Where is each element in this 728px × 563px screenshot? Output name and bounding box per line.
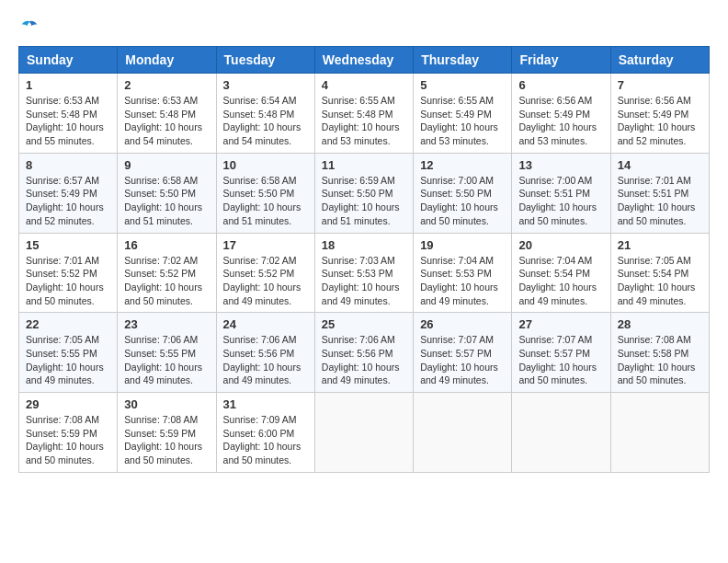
calendar-cell: 17Sunrise: 7:02 AM Sunset: 5:52 PM Dayli…: [216, 233, 314, 313]
calendar-cell: 24Sunrise: 7:06 AM Sunset: 5:56 PM Dayli…: [216, 313, 314, 393]
day-content: Sunrise: 7:01 AM Sunset: 5:51 PM Dayligh…: [618, 174, 702, 228]
calendar-cell: 23Sunrise: 7:06 AM Sunset: 5:55 PM Dayli…: [118, 313, 216, 393]
calendar-cell: 31Sunrise: 7:09 AM Sunset: 6:00 PM Dayli…: [216, 393, 314, 473]
calendar-header-saturday: Saturday: [610, 47, 709, 74]
logo-text: [18, 18, 39, 37]
day-number: 20: [518, 238, 603, 252]
day-number: 4: [322, 78, 406, 92]
day-number: 24: [223, 317, 308, 331]
calendar-cell: [314, 393, 413, 473]
logo: [18, 18, 39, 37]
day-content: Sunrise: 6:58 AM Sunset: 5:50 PM Dayligh…: [124, 174, 209, 228]
calendar-header-row: SundayMondayTuesdayWednesdayThursdayFrid…: [19, 47, 710, 74]
calendar-cell: 1Sunrise: 6:53 AM Sunset: 5:48 PM Daylig…: [19, 74, 118, 154]
day-number: 8: [26, 158, 110, 172]
calendar-week-1: 8Sunrise: 6:57 AM Sunset: 5:49 PM Daylig…: [19, 153, 710, 233]
calendar-cell: 27Sunrise: 7:07 AM Sunset: 5:57 PM Dayli…: [512, 313, 610, 393]
day-content: Sunrise: 7:06 AM Sunset: 5:56 PM Dayligh…: [223, 333, 308, 387]
day-content: Sunrise: 7:08 AM Sunset: 5:59 PM Dayligh…: [124, 413, 209, 467]
day-content: Sunrise: 7:04 AM Sunset: 5:54 PM Dayligh…: [518, 254, 603, 308]
calendar-cell: 28Sunrise: 7:08 AM Sunset: 5:58 PM Dayli…: [610, 313, 709, 393]
calendar-cell: [610, 393, 709, 473]
day-number: 23: [124, 317, 209, 331]
day-content: Sunrise: 6:55 AM Sunset: 5:48 PM Dayligh…: [322, 94, 406, 148]
day-content: Sunrise: 6:58 AM Sunset: 5:50 PM Dayligh…: [223, 174, 308, 228]
day-content: Sunrise: 6:55 AM Sunset: 5:49 PM Dayligh…: [420, 94, 505, 148]
day-number: 3: [223, 78, 308, 92]
day-number: 14: [618, 158, 702, 172]
calendar-cell: 5Sunrise: 6:55 AM Sunset: 5:49 PM Daylig…: [414, 74, 512, 154]
day-content: Sunrise: 6:59 AM Sunset: 5:50 PM Dayligh…: [322, 174, 406, 228]
calendar-cell: 21Sunrise: 7:05 AM Sunset: 5:54 PM Dayli…: [610, 233, 709, 313]
day-number: 19: [420, 238, 505, 252]
day-number: 25: [322, 317, 406, 331]
calendar-cell: 18Sunrise: 7:03 AM Sunset: 5:53 PM Dayli…: [314, 233, 413, 313]
calendar-week-0: 1Sunrise: 6:53 AM Sunset: 5:48 PM Daylig…: [19, 74, 710, 154]
day-number: 1: [26, 78, 110, 92]
calendar-cell: 19Sunrise: 7:04 AM Sunset: 5:53 PM Dayli…: [414, 233, 512, 313]
day-number: 10: [223, 158, 308, 172]
calendar-week-3: 22Sunrise: 7:05 AM Sunset: 5:55 PM Dayli…: [19, 313, 710, 393]
logo-bird-icon: [20, 18, 39, 37]
calendar-header-thursday: Thursday: [414, 47, 512, 74]
day-number: 7: [618, 78, 702, 92]
calendar-cell: 11Sunrise: 6:59 AM Sunset: 5:50 PM Dayli…: [314, 153, 413, 233]
day-content: Sunrise: 7:00 AM Sunset: 5:50 PM Dayligh…: [420, 174, 505, 228]
day-number: 26: [420, 317, 505, 331]
day-number: 31: [223, 397, 308, 411]
day-content: Sunrise: 7:05 AM Sunset: 5:55 PM Dayligh…: [26, 333, 110, 387]
calendar-cell: 20Sunrise: 7:04 AM Sunset: 5:54 PM Dayli…: [512, 233, 610, 313]
day-content: Sunrise: 7:02 AM Sunset: 5:52 PM Dayligh…: [223, 254, 308, 308]
day-number: 2: [124, 78, 209, 92]
calendar-cell: 13Sunrise: 7:00 AM Sunset: 5:51 PM Dayli…: [512, 153, 610, 233]
day-number: 12: [420, 158, 505, 172]
day-content: Sunrise: 7:03 AM Sunset: 5:53 PM Dayligh…: [322, 254, 406, 308]
calendar-cell: 25Sunrise: 7:06 AM Sunset: 5:56 PM Dayli…: [314, 313, 413, 393]
calendar-week-2: 15Sunrise: 7:01 AM Sunset: 5:52 PM Dayli…: [19, 233, 710, 313]
calendar-cell: 4Sunrise: 6:55 AM Sunset: 5:48 PM Daylig…: [314, 74, 413, 154]
day-content: Sunrise: 7:00 AM Sunset: 5:51 PM Dayligh…: [518, 174, 603, 228]
day-number: 27: [518, 317, 603, 331]
calendar-header-monday: Monday: [118, 47, 216, 74]
day-content: Sunrise: 7:04 AM Sunset: 5:53 PM Dayligh…: [420, 254, 505, 308]
calendar-cell: 3Sunrise: 6:54 AM Sunset: 5:48 PM Daylig…: [216, 74, 314, 154]
day-number: 18: [322, 238, 406, 252]
day-content: Sunrise: 6:56 AM Sunset: 5:49 PM Dayligh…: [518, 94, 603, 148]
calendar-cell: 22Sunrise: 7:05 AM Sunset: 5:55 PM Dayli…: [19, 313, 118, 393]
calendar-cell: 30Sunrise: 7:08 AM Sunset: 5:59 PM Dayli…: [118, 393, 216, 473]
calendar-cell: [512, 393, 610, 473]
calendar-cell: 16Sunrise: 7:02 AM Sunset: 5:52 PM Dayli…: [118, 233, 216, 313]
day-content: Sunrise: 7:07 AM Sunset: 5:57 PM Dayligh…: [518, 333, 603, 387]
day-content: Sunrise: 7:06 AM Sunset: 5:56 PM Dayligh…: [322, 333, 406, 387]
calendar-table: SundayMondayTuesdayWednesdayThursdayFrid…: [18, 46, 710, 473]
day-number: 16: [124, 238, 209, 252]
day-content: Sunrise: 7:05 AM Sunset: 5:54 PM Dayligh…: [618, 254, 702, 308]
calendar-cell: 2Sunrise: 6:53 AM Sunset: 5:48 PM Daylig…: [118, 74, 216, 154]
day-number: 29: [26, 397, 110, 411]
page-header: [18, 18, 710, 37]
calendar-cell: 8Sunrise: 6:57 AM Sunset: 5:49 PM Daylig…: [19, 153, 118, 233]
calendar-header-tuesday: Tuesday: [216, 47, 314, 74]
calendar-cell: 14Sunrise: 7:01 AM Sunset: 5:51 PM Dayli…: [610, 153, 709, 233]
calendar-cell: 7Sunrise: 6:56 AM Sunset: 5:49 PM Daylig…: [610, 74, 709, 154]
day-number: 9: [124, 158, 209, 172]
calendar-cell: 6Sunrise: 6:56 AM Sunset: 5:49 PM Daylig…: [512, 74, 610, 154]
day-content: Sunrise: 7:06 AM Sunset: 5:55 PM Dayligh…: [124, 333, 209, 387]
day-content: Sunrise: 7:02 AM Sunset: 5:52 PM Dayligh…: [124, 254, 209, 308]
calendar-cell: 10Sunrise: 6:58 AM Sunset: 5:50 PM Dayli…: [216, 153, 314, 233]
calendar-cell: 29Sunrise: 7:08 AM Sunset: 5:59 PM Dayli…: [19, 393, 118, 473]
day-content: Sunrise: 6:53 AM Sunset: 5:48 PM Dayligh…: [124, 94, 209, 148]
day-number: 22: [26, 317, 110, 331]
calendar-cell: 12Sunrise: 7:00 AM Sunset: 5:50 PM Dayli…: [414, 153, 512, 233]
calendar-cell: 9Sunrise: 6:58 AM Sunset: 5:50 PM Daylig…: [118, 153, 216, 233]
calendar-cell: 15Sunrise: 7:01 AM Sunset: 5:52 PM Dayli…: [19, 233, 118, 313]
calendar-cell: 26Sunrise: 7:07 AM Sunset: 5:57 PM Dayli…: [414, 313, 512, 393]
day-content: Sunrise: 6:56 AM Sunset: 5:49 PM Dayligh…: [618, 94, 702, 148]
calendar-cell: [414, 393, 512, 473]
day-number: 6: [518, 78, 603, 92]
day-number: 17: [223, 238, 308, 252]
day-content: Sunrise: 7:09 AM Sunset: 6:00 PM Dayligh…: [223, 413, 308, 467]
day-content: Sunrise: 6:57 AM Sunset: 5:49 PM Dayligh…: [26, 174, 110, 228]
calendar-week-4: 29Sunrise: 7:08 AM Sunset: 5:59 PM Dayli…: [19, 393, 710, 473]
day-number: 11: [322, 158, 406, 172]
